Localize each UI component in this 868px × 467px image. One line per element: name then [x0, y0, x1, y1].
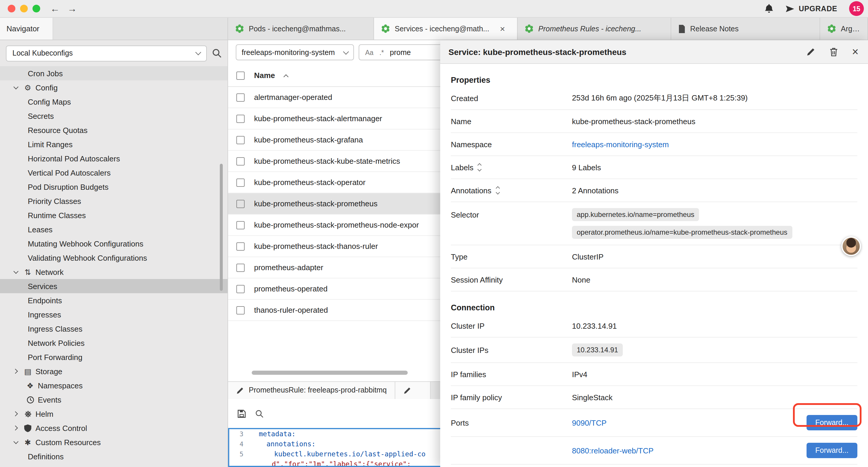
notification-count-badge[interactable]: 15	[849, 1, 864, 16]
sidebar-item-services[interactable]: Services	[0, 279, 227, 293]
back-button[interactable]: ←	[50, 0, 60, 18]
code-text: metadata:	[251, 429, 296, 439]
sidebar-item-secrets[interactable]: Secrets	[0, 109, 227, 123]
sidebar-item-resource-quotas[interactable]: Resource Quotas	[0, 123, 227, 137]
cluster-ip-badge: 10.233.14.91	[572, 344, 623, 356]
minimize-window-button[interactable]	[20, 5, 28, 12]
row-checkbox[interactable]	[236, 136, 245, 144]
sidebar-item-port-forwarding[interactable]: Port Forwarding	[0, 350, 227, 364]
sidebar-item-leases[interactable]: Leases	[0, 222, 227, 236]
row-checkbox[interactable]	[236, 178, 245, 186]
sidebar-item-network-policies[interactable]: Network Policies	[0, 336, 227, 350]
annotation-highlight-box	[793, 403, 862, 427]
notifications-bell-icon[interactable]	[764, 4, 773, 13]
sidebar-item-definitions[interactable]: Definitions	[0, 449, 227, 463]
sidebar-scrollbar[interactable]	[220, 164, 223, 291]
sidebar-item-ingresses[interactable]: Ingresses	[0, 308, 227, 322]
close-panel-icon[interactable]: ×	[852, 46, 859, 57]
row-checkbox[interactable]	[236, 93, 245, 101]
upgrade-button[interactable]: UPGRADE	[785, 4, 837, 13]
sidebar-item-config[interactable]: ⚙ Config	[0, 80, 227, 95]
avatar[interactable]	[841, 236, 861, 256]
row-checkbox[interactable]	[236, 285, 245, 293]
tab-argo[interactable]: Argo S	[820, 18, 868, 39]
sidebar-item-access-control[interactable]: Access Control	[0, 421, 227, 435]
service-name: kube-prometheus-stack-kube-state-metrics	[254, 157, 400, 166]
sidebar-item-limit-ranges[interactable]: Limit Ranges	[0, 137, 227, 151]
match-case-toggle[interactable]: Aa	[365, 49, 373, 56]
sidebar-item-label: Horizontal Pod Autoscalers	[28, 154, 120, 163]
scrollbar-thumb[interactable]	[252, 370, 408, 375]
service-name: kube-prometheus-stack-alertmanager	[254, 114, 382, 123]
close-tab-icon[interactable]: ×	[500, 24, 505, 34]
sidebar-item-pod-disruption-budgets[interactable]: Pod Disruption Budgets	[0, 180, 227, 194]
row-checkbox[interactable]	[236, 221, 245, 229]
sidebar-item-helm[interactable]: Helm	[0, 407, 227, 421]
forward-button[interactable]: →	[67, 0, 77, 18]
navigator-tab[interactable]: Navigator	[0, 18, 53, 39]
row-checkbox[interactable]	[236, 306, 245, 314]
service-name: kube-prometheus-stack-thanos-ruler	[254, 242, 378, 251]
freelens-logo-icon	[381, 24, 390, 33]
sidebar-item-network[interactable]: ⇅ Network	[0, 265, 227, 279]
tab-release-notes[interactable]: Release Notes	[671, 18, 820, 39]
drawer-row-selector: Selector app.kubernetes.io/name=promethe…	[451, 202, 857, 245]
tab-prometheus-rules[interactable]: Prometheus Rules - icecheng...	[518, 18, 671, 39]
close-window-button[interactable]	[8, 5, 16, 12]
drawer-label: Name	[451, 117, 572, 126]
drawer-value: kube-prometheus-stack-prometheus	[572, 117, 857, 126]
delete-trash-icon[interactable]	[830, 47, 838, 56]
dock-tab-partial[interactable]	[396, 382, 431, 399]
sidebar-item-namespaces[interactable]: ❖ Namespaces	[0, 378, 227, 392]
sidebar-item-validating-webhook-configurations[interactable]: Validating Webhook Configurations	[0, 251, 227, 265]
sort-ascending-icon	[284, 74, 289, 79]
sidebar-item-label: Ingress Classes	[28, 324, 83, 333]
edit-pencil-icon[interactable]	[807, 47, 815, 56]
name-column-header[interactable]: Name	[254, 71, 275, 80]
sidebar-item-priority-classes[interactable]: Priority Classes	[0, 194, 227, 208]
sidebar-item-label: Secrets	[28, 111, 54, 120]
row-checkbox[interactable]	[236, 200, 245, 208]
window-controls	[0, 5, 40, 12]
sidebar-item-ingress-classes[interactable]: Ingress Classes	[0, 322, 227, 336]
sidebar-item-runtime-classes[interactable]: Runtime Classes	[0, 208, 227, 222]
namespace-filter-select[interactable]: freeleaps-monitoring-system	[236, 44, 354, 60]
sidebar-item-custom-resources[interactable]: ✱ Custom Resources	[0, 435, 227, 449]
sidebar-item-storage[interactable]: ▤ Storage	[0, 364, 227, 378]
drawer-row-session-affinity: Session Affinity None	[451, 268, 857, 291]
row-checkbox[interactable]	[236, 263, 245, 272]
sidebar-item-events[interactable]: Events	[0, 392, 227, 407]
drawer-row-cluster-ips: Cluster IPs 10.233.14.91	[451, 338, 857, 363]
dock-tab-prometheusrule[interactable]: PrometheusRule: freeleaps-prod-rabbitmq	[228, 382, 396, 399]
forward-button-8080[interactable]: Forward...	[806, 443, 857, 458]
save-icon[interactable]	[238, 410, 246, 418]
unfold-more-icon[interactable]	[496, 187, 499, 194]
select-all-checkbox[interactable]	[236, 71, 245, 80]
sidebar-item-horizontal-pod-autoscalers[interactable]: Horizontal Pod Autoscalers	[0, 151, 227, 166]
drawer-value: ClusterIP	[572, 252, 857, 261]
row-checkbox[interactable]	[236, 157, 245, 165]
kubeconfig-selector[interactable]: Local Kubeconfigs	[6, 45, 207, 61]
editor-search-icon[interactable]	[255, 410, 264, 418]
document-icon	[678, 25, 685, 33]
sidebar-item-endpoints[interactable]: Endpoints	[0, 293, 227, 308]
tab-services[interactable]: Services - icecheng@math... ×	[374, 18, 518, 39]
sidebar-item-config-maps[interactable]: Config Maps	[0, 95, 227, 109]
sidebar-item-label: Access Control	[35, 424, 87, 432]
custom-resources-icon: ✱	[23, 438, 33, 447]
sidebar-search-icon[interactable]	[212, 49, 222, 58]
regex-toggle[interactable]: .*	[379, 49, 384, 56]
port-link-9090[interactable]: 9090/TCP	[572, 418, 607, 427]
sidebar-item-cron-jobs[interactable]: Cron Jobs	[0, 66, 227, 80]
namespace-link[interactable]: freeleaps-monitoring-system	[572, 140, 669, 149]
sidebar-item-mutating-webhook-configurations[interactable]: Mutating Webhook Configurations	[0, 236, 227, 251]
port-link-8080[interactable]: 8080:reloader-web/TCP	[572, 446, 653, 455]
tab-pods[interactable]: Pods - icecheng@mathmas...	[228, 18, 374, 39]
sidebar-item-vertical-pod-autoscalers[interactable]: Vertical Pod Autoscalers	[0, 166, 227, 180]
maximize-window-button[interactable]	[32, 5, 40, 12]
drawer-label: Selector	[451, 208, 572, 219]
unfold-more-icon[interactable]	[478, 164, 481, 171]
row-checkbox[interactable]	[236, 242, 245, 250]
row-checkbox[interactable]	[236, 114, 245, 123]
access-control-shield-icon	[23, 424, 33, 432]
